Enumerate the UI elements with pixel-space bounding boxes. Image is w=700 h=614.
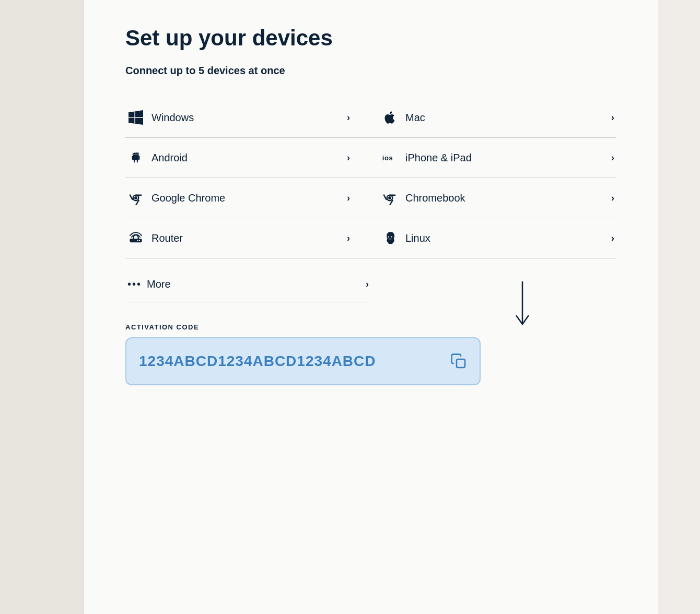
iphone-ipad-chevron: ›	[611, 152, 614, 163]
device-item-more[interactable]: ••• More ›	[125, 267, 371, 302]
left-sidebar	[0, 0, 84, 614]
copy-icon[interactable]	[450, 353, 467, 370]
ios-icon: ios	[381, 149, 398, 166]
right-column: Mac › ios iPhone & iPad ›	[371, 98, 616, 258]
chrome-label: Google Chrome	[151, 192, 343, 204]
more-label: More	[147, 278, 361, 290]
router-chevron: ›	[347, 233, 350, 244]
page-title: Set up your devices	[125, 26, 616, 50]
mac-chevron: ›	[611, 112, 614, 123]
windows-chevron: ›	[347, 112, 350, 123]
more-chevron: ›	[366, 279, 369, 290]
linux-icon	[381, 230, 398, 246]
windows-icon	[127, 109, 144, 126]
chrome-icon-right	[381, 190, 398, 206]
more-dots-icon: •••	[127, 278, 142, 290]
device-item-iphone-ipad[interactable]: ios iPhone & iPad ›	[371, 138, 616, 178]
device-item-router[interactable]: Router ›	[125, 218, 371, 258]
linux-label: Linux	[405, 232, 607, 244]
subtitle: Connect up to 5 devices at once	[125, 65, 616, 77]
main-content: Set up your devices Connect up to 5 devi…	[84, 0, 658, 614]
device-item-linux[interactable]: Linux ›	[371, 218, 616, 258]
right-sidebar	[658, 0, 700, 614]
chrome-chevron: ›	[347, 193, 350, 204]
android-icon	[127, 149, 144, 166]
linux-chevron: ›	[611, 233, 614, 244]
android-label: Android	[151, 152, 343, 164]
router-icon	[127, 230, 144, 246]
svg-point-1	[134, 196, 137, 199]
device-item-windows[interactable]: Windows ›	[125, 98, 371, 138]
arrow-indicator	[512, 281, 533, 336]
svg-rect-8	[457, 359, 465, 368]
chromebook-chevron: ›	[611, 193, 614, 204]
iphone-ipad-label: iPhone & iPad	[405, 152, 607, 164]
mac-label: Mac	[405, 112, 607, 124]
router-label: Router	[151, 232, 343, 244]
ios-text-label: ios	[382, 154, 393, 162]
device-item-android[interactable]: Android ›	[125, 138, 371, 178]
device-item-google-chrome[interactable]: Google Chrome ›	[125, 178, 371, 218]
activation-label: ACTIVATION CODE	[125, 323, 616, 331]
page-wrapper: Set up your devices Connect up to 5 devi…	[0, 0, 700, 614]
svg-point-4	[137, 240, 138, 241]
activation-section: ACTIVATION CODE 1234ABCD1234ABCD1234ABCD	[125, 323, 616, 385]
left-column: Windows › Android ›	[125, 98, 371, 258]
device-item-mac[interactable]: Mac ›	[371, 98, 616, 138]
chromebook-label: Chromebook	[405, 192, 607, 204]
apple-icon	[381, 109, 398, 126]
chrome-icon-left	[127, 190, 144, 206]
activation-code-box[interactable]: 1234ABCD1234ABCD1234ABCD	[125, 337, 481, 385]
activation-code-text: 1234ABCD1234ABCD1234ABCD	[139, 353, 376, 370]
devices-grid: Windows › Android ›	[125, 98, 616, 258]
svg-point-6	[388, 196, 391, 199]
svg-point-3	[139, 240, 140, 241]
windows-label: Windows	[151, 112, 343, 124]
android-chevron: ›	[347, 152, 350, 163]
device-item-chromebook[interactable]: Chromebook ›	[371, 178, 616, 218]
